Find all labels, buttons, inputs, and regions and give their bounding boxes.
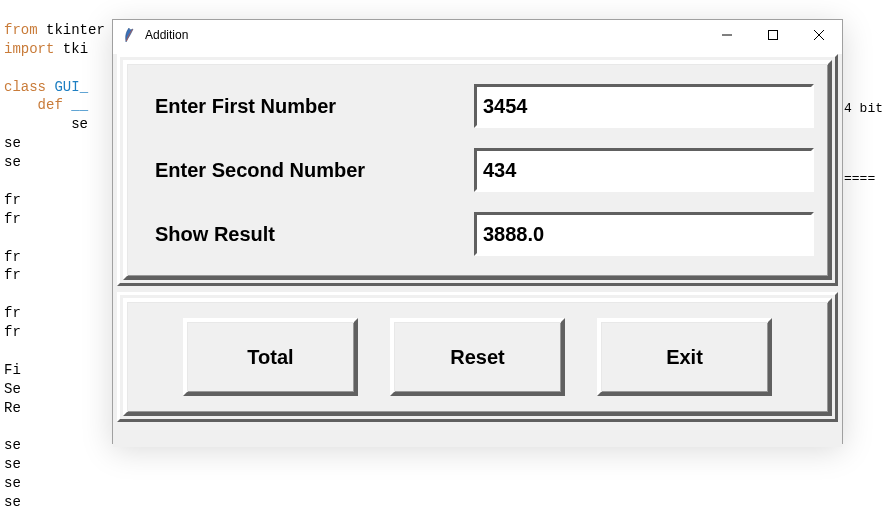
first-number-input[interactable] (474, 84, 814, 128)
exit-button[interactable]: Exit (597, 318, 772, 396)
first-number-label: Enter First Number (141, 93, 464, 120)
button-frame-outer: Total Reset Exit (117, 292, 838, 422)
result-label: Show Result (141, 221, 464, 248)
client-area: Enter First Number Enter Second Number S… (113, 54, 842, 447)
window-title: Addition (145, 27, 704, 43)
maximize-icon (768, 30, 778, 40)
svg-rect-1 (769, 31, 778, 40)
addition-window: Addition Enter First Number Ent (112, 19, 843, 444)
maximize-button[interactable] (750, 20, 796, 50)
minimize-icon (722, 30, 732, 40)
input-frame: Enter First Number Enter Second Number S… (123, 60, 832, 280)
result-output[interactable] (474, 212, 814, 256)
button-frame: Total Reset Exit (123, 298, 832, 416)
titlebar[interactable]: Addition (113, 20, 842, 50)
close-icon (814, 30, 824, 40)
total-button[interactable]: Total (183, 318, 358, 396)
close-button[interactable] (796, 20, 842, 50)
input-frame-outer: Enter First Number Enter Second Number S… (117, 54, 838, 286)
code-fragment: se se se fr fr fr fr fr fr Fi Se Re se s… (4, 116, 88, 510)
tk-feather-icon (121, 27, 137, 43)
minimize-button[interactable] (704, 20, 750, 50)
reset-button[interactable]: Reset (390, 318, 565, 396)
second-number-label: Enter Second Number (141, 157, 464, 184)
second-number-input[interactable] (474, 148, 814, 192)
console-peek: 4 bit ==== (844, 0, 893, 516)
